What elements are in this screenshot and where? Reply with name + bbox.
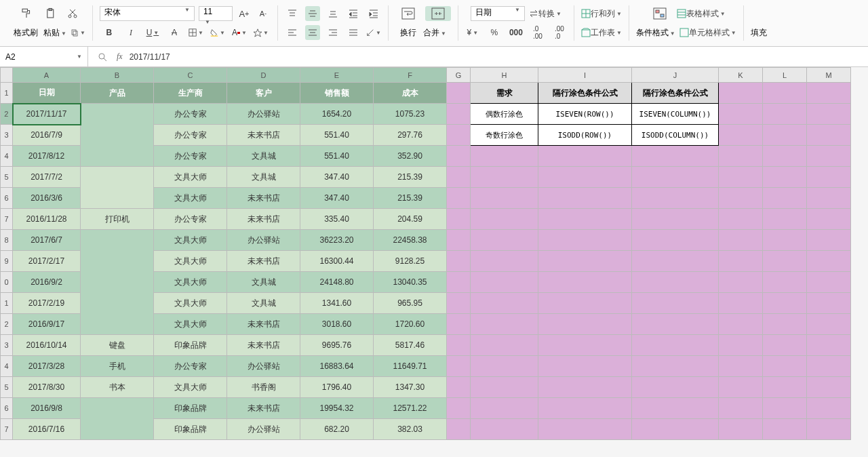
cell[interactable]: [447, 335, 471, 356]
cell[interactable]: [632, 314, 719, 335]
aux-cell[interactable]: ISODD(ROW()): [538, 125, 632, 146]
cell[interactable]: [807, 209, 851, 230]
row-header[interactable]: 4: [1, 356, 13, 377]
cell[interactable]: [632, 335, 719, 356]
cell[interactable]: [807, 314, 851, 335]
italic-icon[interactable]: I: [123, 25, 138, 40]
cell-data[interactable]: 文具城: [227, 272, 300, 293]
cell[interactable]: [807, 188, 851, 209]
table-header[interactable]: 客户: [227, 83, 300, 104]
cell[interactable]: [719, 125, 763, 146]
cell[interactable]: [807, 146, 851, 167]
cell-product[interactable]: 打印机: [81, 209, 154, 230]
cell[interactable]: [471, 188, 538, 209]
cell-data[interactable]: 印象品牌: [154, 419, 227, 440]
cell[interactable]: [807, 167, 851, 188]
cell-data[interactable]: 未来书店: [227, 314, 300, 335]
cell-data[interactable]: 11649.71: [374, 356, 447, 377]
aux-cell[interactable]: 偶数行涂色: [471, 104, 538, 125]
underline-icon[interactable]: U ▼: [145, 25, 160, 40]
cell[interactable]: [447, 377, 471, 398]
increase-decimal-icon[interactable]: .0.00: [530, 25, 545, 40]
cell-date[interactable]: 2017/8/30: [13, 377, 81, 398]
copy-icon[interactable]: ▼: [71, 25, 85, 40]
cell[interactable]: [447, 293, 471, 314]
cell[interactable]: [471, 356, 538, 377]
cell[interactable]: [763, 104, 807, 125]
cell-data[interactable]: 16883.64: [300, 356, 374, 377]
cell[interactable]: [763, 314, 807, 335]
cell[interactable]: [807, 377, 851, 398]
cell[interactable]: [719, 293, 763, 314]
cond-format-label[interactable]: 条件格式▼: [636, 27, 675, 39]
cell-data[interactable]: 印象品牌: [154, 335, 227, 356]
cell[interactable]: [632, 167, 719, 188]
cell-date[interactable]: 2017/2/17: [13, 251, 81, 272]
table-style-button[interactable]: 表格样式▼: [677, 6, 726, 21]
col-header-D[interactable]: D: [227, 68, 300, 83]
col-header-B[interactable]: B: [81, 68, 154, 83]
row-header[interactable]: 6: [1, 398, 13, 419]
cell-date[interactable]: 2017/11/17: [13, 104, 81, 125]
fill-label[interactable]: 填充: [751, 27, 767, 39]
cell-data[interactable]: 文具城: [227, 167, 300, 188]
cell-product[interactable]: 手机: [81, 356, 154, 377]
cell[interactable]: [538, 335, 632, 356]
cell-product[interactable]: [81, 167, 154, 209]
cell[interactable]: [719, 398, 763, 419]
orientation-icon[interactable]: ▼: [366, 25, 381, 40]
cell[interactable]: [719, 377, 763, 398]
formula-input[interactable]: 2017/11/17: [130, 52, 170, 62]
cell[interactable]: [719, 335, 763, 356]
cell[interactable]: [763, 356, 807, 377]
wrap-text-button[interactable]: [395, 7, 421, 20]
cell-data[interactable]: 办公驿站: [227, 419, 300, 440]
cell[interactable]: [807, 125, 851, 146]
row-header[interactable]: 6: [1, 188, 13, 209]
cell-date[interactable]: 2016/10/14: [13, 335, 81, 356]
font-size-select[interactable]: 11 ▼: [199, 6, 233, 21]
cell[interactable]: [447, 188, 471, 209]
cell[interactable]: [632, 356, 719, 377]
increase-font-icon[interactable]: A+: [237, 6, 252, 21]
cell[interactable]: [632, 209, 719, 230]
cell-date[interactable]: 2016/3/6: [13, 188, 81, 209]
cell[interactable]: [538, 398, 632, 419]
name-box[interactable]: A2 ▼: [0, 47, 88, 66]
cell[interactable]: [807, 419, 851, 440]
cell-data[interactable]: 9695.76: [300, 335, 374, 356]
cell[interactable]: [807, 83, 851, 104]
row-header[interactable]: 2: [1, 104, 13, 125]
cell[interactable]: [807, 272, 851, 293]
cell-data[interactable]: 书香阁: [227, 377, 300, 398]
font-name-select[interactable]: 宋体▼: [100, 6, 195, 21]
cell-date[interactable]: 2016/9/8: [13, 398, 81, 419]
cell-data[interactable]: 文具大师: [154, 230, 227, 251]
cell-data[interactable]: 551.40: [300, 146, 374, 167]
cell-data[interactable]: 215.39: [374, 188, 447, 209]
cell-data[interactable]: 204.59: [374, 209, 447, 230]
align-left-icon[interactable]: [285, 25, 300, 40]
cell-data[interactable]: 1075.23: [374, 104, 447, 125]
font-color-icon[interactable]: A▼: [232, 25, 247, 40]
row-header[interactable]: 0: [1, 272, 13, 293]
col-header-K[interactable]: K: [719, 68, 763, 83]
strikethrough-icon[interactable]: A: [167, 25, 182, 40]
decrease-indent-icon[interactable]: [346, 6, 361, 21]
cell-data[interactable]: 965.95: [374, 293, 447, 314]
cell-data[interactable]: 未来书店: [227, 398, 300, 419]
cell-data[interactable]: 1347.30: [374, 377, 447, 398]
align-middle-icon[interactable]: [305, 6, 320, 21]
cell[interactable]: [719, 188, 763, 209]
cell[interactable]: [538, 419, 632, 440]
cell-data[interactable]: 1341.60: [300, 293, 374, 314]
cell[interactable]: [719, 104, 763, 125]
cell-data[interactable]: 办公驿站: [227, 104, 300, 125]
cell-data[interactable]: 文具大师: [154, 314, 227, 335]
cell[interactable]: [447, 146, 471, 167]
cell-date[interactable]: 2017/8/12: [13, 146, 81, 167]
cell[interactable]: [471, 146, 538, 167]
insert-function-icon[interactable]: [95, 49, 110, 64]
percent-icon[interactable]: %: [487, 25, 502, 40]
cell[interactable]: [538, 272, 632, 293]
